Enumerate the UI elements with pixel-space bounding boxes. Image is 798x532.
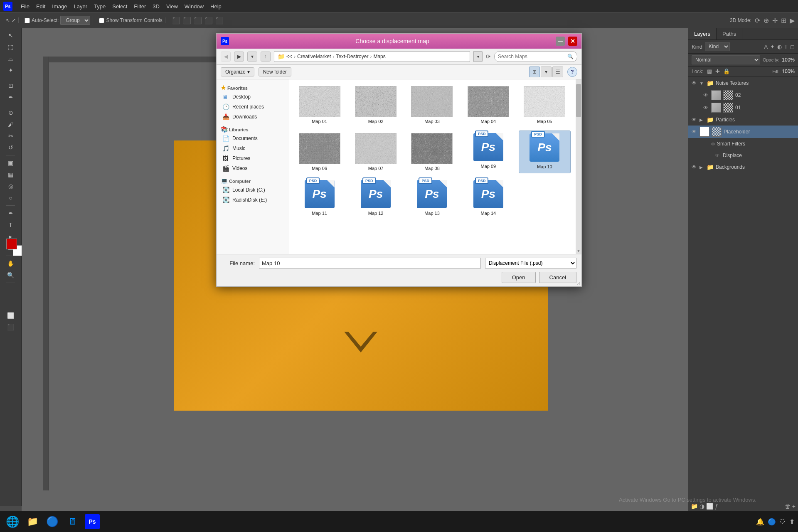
lock-pixels-icon[interactable]: ▩ xyxy=(707,68,712,74)
trash-icon[interactable]: 🗑 xyxy=(785,503,791,510)
menu-layer[interactable]: Layer xyxy=(74,3,88,10)
transform-checkbox[interactable] xyxy=(99,18,104,23)
search-input[interactable] xyxy=(498,54,566,59)
lock-all-icon[interactable]: 🔒 xyxy=(723,68,730,74)
file-item-map08[interactable]: Map 08 xyxy=(406,131,458,173)
mask-icon[interactable]: ⬜ xyxy=(706,503,713,510)
adjustment-icon[interactable]: ◑ xyxy=(699,503,704,510)
menu-window[interactable]: Window xyxy=(185,3,204,10)
file-item-map12[interactable]: PSD Ps Map 12 xyxy=(350,177,401,218)
align-btn-4[interactable]: ⬛ xyxy=(204,17,213,25)
align-btn-1[interactable]: ⬛ xyxy=(172,17,180,25)
new-layer-icon[interactable]: + xyxy=(792,503,796,510)
visibility-eye-01[interactable]: 👁 xyxy=(702,104,709,111)
file-item-map01[interactable]: Map 01 xyxy=(293,84,345,126)
dodge-tool[interactable]: ○ xyxy=(5,192,16,203)
sidebar-item-music[interactable]: 🎵 Music xyxy=(217,143,289,153)
spot-heal-tool[interactable]: ⊙ xyxy=(5,107,16,118)
refresh-button[interactable]: ⟳ xyxy=(486,53,491,60)
sidebar-item-downloads[interactable]: 📥 Downloads xyxy=(217,112,289,122)
layer-item-placeholder[interactable]: 👁 Placeholder xyxy=(688,126,798,138)
crop-tool[interactable]: ⊡ xyxy=(5,80,16,91)
sidebar-item-local-disk[interactable]: 💽 Local Disk (C:) xyxy=(217,185,289,195)
menu-view[interactable]: View xyxy=(166,3,178,10)
type-tool[interactable]: T xyxy=(5,219,16,230)
sidebar-item-desktop[interactable]: 🖥 Desktop xyxy=(217,92,289,102)
nav-forward-button[interactable]: ▶ xyxy=(234,52,244,62)
menu-3d[interactable]: 3D xyxy=(153,3,160,10)
blur-tool[interactable]: ◎ xyxy=(5,181,16,192)
breadcrumb-dropdown-button[interactable]: ▾ xyxy=(473,51,483,62)
file-item-map03[interactable]: Map 03 xyxy=(406,84,458,126)
layer-item-01[interactable]: 👁 01 xyxy=(694,101,798,114)
open-button[interactable]: Open xyxy=(502,272,536,283)
align-btn-3[interactable]: ⬛ xyxy=(194,17,202,25)
zoom-tool[interactable]: 🔍 xyxy=(5,270,16,281)
3d-icon-4[interactable]: ⊞ xyxy=(781,17,786,25)
visibility-eye-particles[interactable]: 👁 xyxy=(691,116,697,123)
menu-help[interactable]: Help xyxy=(210,3,222,10)
menu-image[interactable]: Image xyxy=(52,3,67,10)
auto-select-dropdown[interactable]: Group Layer xyxy=(60,16,90,25)
foreground-color-swatch[interactable] xyxy=(6,239,17,249)
file-item-map10[interactable]: PSD Ps Map 10 xyxy=(519,131,571,173)
organize-button[interactable]: Organize ▾ xyxy=(221,67,254,76)
3d-icon-3[interactable]: ✛ xyxy=(772,17,778,25)
visibility-eye-noise[interactable]: 👁 xyxy=(691,80,697,86)
brush-tool[interactable]: 🖌 xyxy=(5,119,16,130)
lasso-tool[interactable]: ⌓ xyxy=(5,53,16,64)
dialog-resize-handle[interactable]: ⊿ xyxy=(576,281,581,286)
layer-item-smart-filters[interactable]: 👁 ⚙ Smart Filters xyxy=(694,138,798,150)
pen-tool[interactable]: ✒ xyxy=(5,208,16,219)
menu-select[interactable]: Select xyxy=(112,3,127,10)
file-item-map09[interactable]: PSD Ps Map 09 xyxy=(462,131,514,173)
expand-icon-noise[interactable]: ▼ xyxy=(699,81,704,86)
opacity-value[interactable]: 100% xyxy=(782,57,795,63)
taskbar-folder[interactable]: 📁 xyxy=(23,512,42,531)
sidebar-item-radish-disk[interactable]: 💽 RadishDisk (E:) xyxy=(217,195,289,205)
style-icon[interactable]: ƒ xyxy=(715,503,718,510)
sidebar-item-videos[interactable]: 🎬 Videos xyxy=(217,163,289,173)
view-details-button[interactable]: ☰ xyxy=(552,66,563,77)
visibility-eye-backgrounds[interactable]: 👁 xyxy=(691,164,697,170)
menu-file[interactable]: File xyxy=(21,3,30,10)
sidebar-item-pictures[interactable]: 🖼 Pictures xyxy=(217,153,289,163)
eraser-tool[interactable]: ▣ xyxy=(5,158,16,168)
breadcrumb-part-2[interactable]: Text-Destroyer xyxy=(336,54,368,59)
eyedropper-tool[interactable]: ✒ xyxy=(5,92,16,103)
move-tool[interactable]: ↖ xyxy=(5,30,16,41)
menu-edit[interactable]: Edit xyxy=(36,3,45,10)
layer-item-displace[interactable]: 👁 Displace xyxy=(700,150,798,161)
align-btn-5[interactable]: ⬛ xyxy=(215,17,224,25)
menu-filter[interactable]: Filter xyxy=(134,3,146,10)
tab-layers[interactable]: Layers xyxy=(688,28,717,39)
3d-icon-1[interactable]: ⟳ xyxy=(755,17,760,25)
nav-dropdown-button[interactable]: ▾ xyxy=(247,52,257,62)
layer-item-noise-textures[interactable]: 👁 ▼ 📁 Noise Textures xyxy=(688,77,798,89)
dialog-minimize-button[interactable]: — xyxy=(556,37,565,46)
cancel-button[interactable]: Cancel xyxy=(539,272,576,283)
history-brush-tool[interactable]: ↺ xyxy=(5,142,16,153)
quick-mask-tool[interactable]: ⬜ xyxy=(5,310,16,321)
breadcrumb-part-3[interactable]: Maps xyxy=(373,54,385,59)
menu-type[interactable]: Type xyxy=(94,3,106,10)
blend-mode-select[interactable]: Normal Multiply Screen xyxy=(692,55,760,64)
auto-select-checkbox[interactable] xyxy=(25,18,30,23)
clone-tool[interactable]: ✂ xyxy=(5,131,16,141)
filelist-scrollbar-track[interactable]: ▼ xyxy=(576,79,581,254)
file-item-map11[interactable]: PSD Ps Map 11 xyxy=(293,177,345,218)
magic-wand-tool[interactable]: ✦ xyxy=(5,65,16,76)
fill-value[interactable]: 100% xyxy=(782,69,795,74)
layer-item-02[interactable]: 👁 02 xyxy=(694,89,798,101)
new-folder-button[interactable]: New folder xyxy=(259,67,291,76)
tab-paths[interactable]: Paths xyxy=(717,28,742,39)
breadcrumb-part-1[interactable]: CreativeMarket xyxy=(297,54,331,59)
3d-icon-5[interactable]: ▶ xyxy=(790,17,795,25)
marquee-tool[interactable]: ⬚ xyxy=(5,42,16,52)
taskbar-ie[interactable]: 🌐 xyxy=(3,512,22,531)
expand-icon-particles[interactable]: ▶ xyxy=(699,118,704,122)
filetype-select[interactable]: Displacement File (.psd) All Files (*.*) xyxy=(485,258,576,268)
3d-icon-2[interactable]: ⊕ xyxy=(764,17,769,25)
nav-back-button[interactable]: ◀ xyxy=(221,52,231,62)
sidebar-item-recent[interactable]: 🕐 Recent places xyxy=(217,102,289,112)
